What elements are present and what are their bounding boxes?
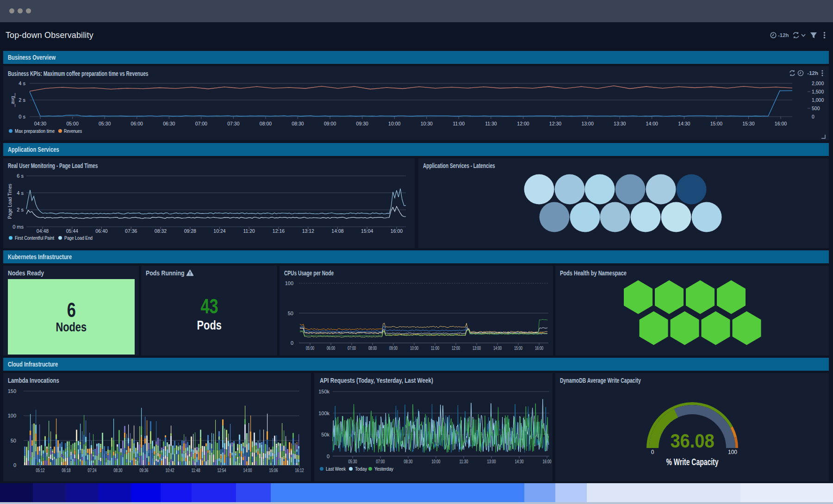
svg-text:15:30: 15:30	[742, 121, 754, 126]
svg-text:15:00: 15:00	[514, 345, 522, 351]
svg-text:05:30: 05:30	[99, 121, 111, 126]
svg-text:36.08: 36.08	[671, 430, 715, 452]
svg-text:10:00: 10:00	[388, 121, 400, 126]
svg-text:07:00: 07:00	[376, 459, 385, 464]
svg-text:-12h: -12h	[778, 32, 789, 38]
svg-text:15:00: 15:00	[710, 121, 722, 126]
svg-text:4 s: 4 s	[19, 81, 25, 86]
svg-text:05:12: 05:12	[36, 467, 45, 473]
svg-text:0: 0	[812, 114, 814, 119]
svg-text:11:00: 11:00	[431, 345, 439, 351]
svg-text:_avg_: _avg_	[10, 93, 15, 107]
svg-text:13:12: 13:12	[302, 228, 314, 234]
svg-text:08:30: 08:30	[292, 121, 304, 126]
svg-text:06:40: 06:40	[95, 228, 107, 234]
svg-text:11:00: 11:00	[453, 121, 465, 126]
svg-text:11:30: 11:30	[460, 459, 468, 464]
svg-text:0: 0	[13, 462, 16, 468]
svg-text:% Write Capacity: % Write Capacity	[666, 457, 719, 467]
svg-text:Today: Today	[355, 466, 367, 472]
svg-text:15:06: 15:06	[269, 467, 278, 473]
svg-text:2 s: 2 s	[19, 97, 25, 103]
svg-text:500: 500	[812, 106, 820, 111]
svg-text:12:00: 12:00	[517, 121, 529, 126]
svg-text:09:00: 09:00	[324, 121, 336, 126]
svg-text:13:30: 13:30	[614, 121, 626, 126]
svg-text:11:48: 11:48	[192, 467, 200, 473]
svg-text:05:00: 05:00	[306, 345, 314, 351]
svg-text:14:08: 14:08	[331, 228, 343, 234]
svg-text:05:44: 05:44	[66, 228, 78, 234]
svg-text:0: 0	[651, 449, 654, 455]
svg-text:04:30: 04:30	[34, 121, 46, 126]
svg-text:09:30: 09:30	[356, 121, 368, 126]
svg-text:08:00: 08:00	[368, 345, 377, 351]
svg-text:12:16: 12:16	[273, 228, 285, 234]
svg-text:16:00: 16:00	[775, 121, 787, 126]
svg-text:16:12: 16:12	[295, 467, 304, 473]
svg-text:First Contentful Paint: First Contentful Paint	[15, 235, 55, 241]
svg-text:10:24: 10:24	[213, 228, 225, 234]
svg-text:14:30: 14:30	[515, 459, 524, 464]
svg-text:15:04: 15:04	[361, 228, 373, 234]
svg-text:10:00: 10:00	[432, 459, 441, 464]
svg-text:100: 100	[285, 280, 293, 286]
svg-text:12:30: 12:30	[549, 121, 561, 126]
svg-text:14:00: 14:00	[493, 345, 502, 351]
svg-text:14:00: 14:00	[646, 121, 658, 126]
svg-text:2 s: 2 s	[17, 207, 24, 212]
svg-text:06:00: 06:00	[131, 121, 143, 126]
svg-text:Max preparation time: Max preparation time	[15, 128, 55, 134]
svg-text:0 ms: 0 ms	[12, 224, 24, 230]
svg-text:10:30: 10:30	[421, 121, 433, 126]
svg-text:08:30: 08:30	[404, 459, 413, 464]
svg-text:0: 0	[291, 340, 293, 346]
svg-text:07:00: 07:00	[195, 121, 207, 126]
svg-text:08:30: 08:30	[114, 467, 123, 473]
svg-text:05:00: 05:00	[66, 121, 78, 126]
svg-text:0 s: 0 s	[19, 114, 25, 119]
svg-text:14:30: 14:30	[678, 121, 690, 126]
svg-text:2,000: 2,000	[812, 81, 824, 86]
svg-text:Yesterday: Yesterday	[374, 466, 393, 472]
svg-text:06:18: 06:18	[62, 467, 71, 473]
svg-text:1,500: 1,500	[812, 89, 824, 94]
svg-text:13:00: 13:00	[581, 121, 593, 126]
svg-text:13:00: 13:00	[487, 459, 496, 464]
svg-text:05:30: 05:30	[348, 459, 357, 464]
svg-text:06:30: 06:30	[163, 121, 175, 126]
svg-text:08:32: 08:32	[155, 228, 167, 234]
svg-text:Page Load Times: Page Load Times	[7, 184, 12, 219]
svg-text:100: 100	[8, 413, 16, 418]
svg-text:6 s: 6 s	[17, 173, 24, 179]
svg-text:50: 50	[11, 438, 16, 443]
svg-text:16:00: 16:00	[543, 459, 552, 464]
svg-text:09:36: 09:36	[140, 467, 149, 473]
svg-text:-12h: -12h	[807, 70, 818, 76]
svg-text:07:00: 07:00	[348, 345, 356, 351]
svg-text:14:00: 14:00	[243, 467, 252, 473]
svg-text:10:42: 10:42	[166, 467, 174, 473]
svg-text:Last Week: Last Week	[326, 466, 346, 472]
svg-text:09:28: 09:28	[184, 228, 196, 234]
svg-text:100: 100	[728, 449, 737, 455]
svg-text:Revenues: Revenues	[64, 128, 82, 134]
svg-text:13:00: 13:00	[472, 345, 481, 351]
svg-text:07:24: 07:24	[88, 467, 97, 473]
svg-text:06:00: 06:00	[327, 345, 335, 351]
svg-text:07:30: 07:30	[227, 121, 239, 126]
svg-text:4 s: 4 s	[17, 190, 24, 196]
svg-text:50: 50	[288, 311, 293, 316]
svg-text:04:48: 04:48	[37, 228, 49, 234]
svg-text:50k: 50k	[321, 432, 329, 437]
svg-text:11:30: 11:30	[485, 121, 497, 126]
svg-text:16:00: 16:00	[535, 345, 543, 351]
svg-text:08:00: 08:00	[260, 121, 272, 126]
svg-text:10:00: 10:00	[410, 345, 418, 351]
svg-text:12:54: 12:54	[218, 467, 226, 473]
svg-text:12:00: 12:00	[452, 345, 460, 351]
svg-text:16:00: 16:00	[391, 228, 403, 234]
svg-text:07:36: 07:36	[125, 228, 137, 234]
svg-text:150k: 150k	[318, 389, 329, 394]
svg-text:09:00: 09:00	[389, 345, 398, 351]
